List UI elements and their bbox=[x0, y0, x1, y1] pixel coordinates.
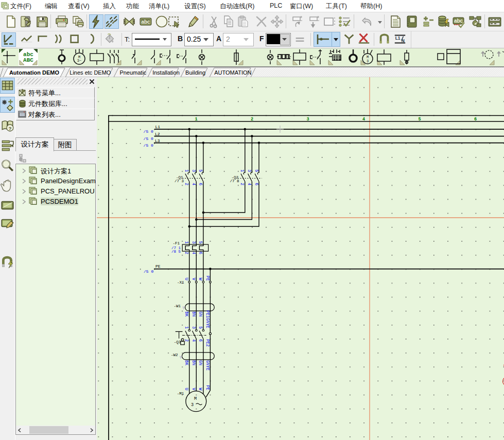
svg-text:AUTOMATION: AUTOMATION bbox=[214, 69, 251, 76]
svg-text:6: 6 bbox=[254, 183, 259, 185]
svg-text:3~: 3~ bbox=[77, 59, 81, 63]
svg-text:5: 5 bbox=[198, 241, 203, 244]
svg-text:1: 1 bbox=[240, 169, 245, 172]
svg-text:2: 2 bbox=[184, 339, 189, 342]
svg-text:Installation: Installation bbox=[152, 69, 180, 76]
svg-text:V: V bbox=[192, 278, 196, 280]
svg-text:-W2: -W2 bbox=[171, 353, 178, 357]
svg-text:ABC: ABC bbox=[23, 57, 33, 63]
svg-text:?: ? bbox=[8, 126, 11, 131]
svg-text:4: 4 bbox=[192, 183, 196, 185]
svg-text:GN: GN bbox=[198, 311, 203, 316]
svg-text:/5 0: /5 0 bbox=[144, 143, 153, 148]
svg-text:N: N bbox=[402, 38, 405, 43]
svg-text:6: 6 bbox=[198, 339, 203, 342]
svg-text:/5 0: /5 0 bbox=[144, 269, 153, 274]
svg-text:1: 1 bbox=[184, 169, 189, 172]
svg-text:2: 2 bbox=[184, 183, 189, 185]
svg-text:PE: PE bbox=[205, 276, 210, 281]
svg-text:1: 1 bbox=[195, 117, 197, 122]
svg-text:3: 3 bbox=[192, 169, 196, 172]
svg-text:Automation DEMO: Automation DEMO bbox=[9, 69, 60, 76]
svg-text:U: U bbox=[184, 278, 189, 280]
svg-text:/5 0: /5 0 bbox=[144, 136, 153, 141]
svg-text:5: 5 bbox=[254, 169, 259, 172]
svg-text:4: 4 bbox=[362, 117, 365, 122]
svg-text:W: W bbox=[198, 388, 203, 391]
svg-text:BK: BK bbox=[184, 360, 189, 365]
svg-text:BN: BN bbox=[192, 311, 196, 316]
svg-text:3: 3 bbox=[306, 117, 309, 122]
svg-text:/5 0: /5 0 bbox=[144, 129, 153, 134]
svg-text:6: 6 bbox=[474, 117, 477, 122]
svg-text:-Q3: -Q3 bbox=[174, 340, 181, 344]
svg-text:/7 3: /7 3 bbox=[175, 179, 184, 183]
svg-text:PE: PE bbox=[205, 385, 210, 390]
svg-text:1: 1 bbox=[184, 326, 189, 329]
svg-text:-M1: -M1 bbox=[177, 392, 184, 396]
svg-text:/8 5: /8 5 bbox=[171, 250, 181, 254]
svg-text:6: 6 bbox=[198, 183, 203, 185]
svg-text:PE1GNYE: PE1GNYE bbox=[205, 310, 210, 328]
svg-text:-F1: -F1 bbox=[173, 241, 180, 245]
svg-text:-W1: -W1 bbox=[174, 304, 181, 308]
svg-text:BK: BK bbox=[184, 311, 189, 316]
svg-text:1: 1 bbox=[184, 241, 189, 244]
svg-text:GNYE: GNYE bbox=[205, 360, 210, 371]
svg-text:U: U bbox=[184, 388, 189, 391]
svg-text:M: M bbox=[367, 55, 369, 59]
svg-text:L1: L1 bbox=[395, 36, 401, 41]
svg-text:4: 4 bbox=[192, 339, 196, 342]
svg-text:5: 5 bbox=[418, 117, 421, 122]
svg-text:Building: Building bbox=[185, 69, 205, 76]
svg-text:2: 2 bbox=[251, 117, 253, 122]
svg-text:W: W bbox=[198, 278, 203, 280]
svg-text:3: 3 bbox=[192, 326, 196, 329]
svg-text:L2: L2 bbox=[155, 132, 160, 136]
svg-text:3: 3 bbox=[192, 241, 196, 244]
svg-text:BN: BN bbox=[192, 360, 196, 365]
svg-text:5: 5 bbox=[198, 169, 203, 172]
svg-text:abc: abc bbox=[454, 18, 463, 24]
svg-text:3: 3 bbox=[191, 402, 194, 408]
svg-text:5: 5 bbox=[198, 326, 203, 329]
svg-text:L3: L3 bbox=[155, 138, 160, 143]
svg-text:3: 3 bbox=[367, 59, 369, 63]
svg-text:M: M bbox=[194, 396, 197, 401]
svg-text:Lines etc DEMO: Lines etc DEMO bbox=[69, 69, 111, 76]
svg-text:6: 6 bbox=[198, 252, 203, 254]
svg-text:abc: abc bbox=[141, 19, 150, 25]
svg-text:Pneumatic: Pneumatic bbox=[119, 69, 146, 76]
svg-text:GN: GN bbox=[198, 360, 203, 365]
svg-text:V: V bbox=[192, 388, 196, 391]
svg-text:2: 2 bbox=[184, 252, 189, 254]
svg-text:-X1: -X1 bbox=[177, 280, 184, 285]
svg-text:4: 4 bbox=[192, 252, 196, 254]
svg-text:/7 8: /7 8 bbox=[230, 179, 239, 183]
svg-text:3: 3 bbox=[247, 169, 252, 172]
svg-text:L1: L1 bbox=[155, 125, 161, 129]
svg-text:PE: PE bbox=[155, 264, 161, 269]
svg-text:PE2: PE2 bbox=[205, 339, 210, 347]
svg-text:4: 4 bbox=[247, 183, 252, 185]
svg-text:2: 2 bbox=[240, 183, 245, 185]
